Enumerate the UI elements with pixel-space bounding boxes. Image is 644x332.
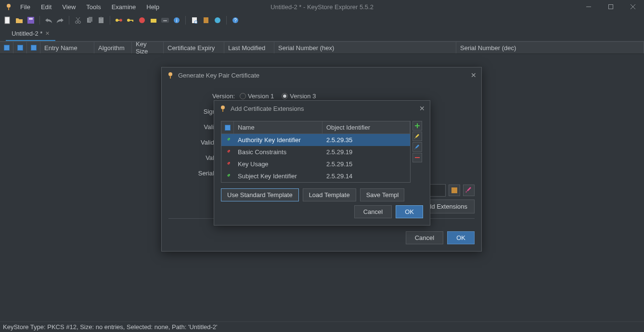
svg-rect-39 [222, 109, 223, 112]
extension-row[interactable]: Subject Key Identifier2.5.29.14 [221, 170, 410, 182]
extension-row[interactable]: Authority Key Identifier2.5.29.35 [221, 134, 410, 146]
ext-col-critical-icon[interactable] [221, 121, 234, 133]
ext-dialog-titlebar: Add Certificate Extensions ✕ [214, 101, 430, 116]
menu-examine[interactable]: Examine [107, 1, 141, 13]
ext-ok-button[interactable]: OK [396, 205, 423, 218]
info-icon[interactable]: i [172, 15, 181, 25]
password-icon[interactable]: ••• [160, 15, 170, 25]
ext-remove-icon[interactable] [412, 153, 422, 162]
examine-file-icon[interactable] [190, 15, 199, 25]
radio-version1[interactable] [240, 93, 246, 99]
svg-point-40 [228, 138, 230, 140]
svg-point-41 [228, 150, 230, 152]
column-lock-icon[interactable] [13, 42, 27, 53]
svg-text:?: ? [234, 18, 237, 23]
dialog-title: Generate Key Pair Certificate [178, 72, 259, 79]
column-entry-name[interactable]: Entry Name [40, 42, 94, 53]
extension-oid: 2.5.29.35 [322, 136, 410, 144]
minimize-button[interactable] [578, 0, 600, 13]
copy-icon[interactable] [85, 15, 94, 25]
column-last-modified[interactable]: Last Modified [224, 42, 274, 53]
redo-icon[interactable] [55, 15, 65, 25]
tab-untitled-2[interactable]: Untitled-2 * ✕ [6, 27, 55, 41]
extension-row[interactable]: Basic Constraints2.5.29.19 [221, 146, 410, 158]
add-extensions-dialog: Add Certificate Extensions ✕ Name Object… [214, 100, 430, 226]
svg-rect-24 [151, 19, 156, 23]
svg-point-10 [78, 21, 81, 24]
svg-point-9 [76, 21, 78, 24]
svg-rect-37 [451, 187, 457, 193]
ext-dialog-title: Add Certificate Extensions [231, 105, 304, 112]
menu-help[interactable]: Help [142, 1, 164, 13]
pin-icon [221, 173, 234, 180]
ext-col-oid[interactable]: Object Identifier [322, 121, 410, 133]
svg-point-43 [228, 174, 230, 176]
column-type-icon[interactable] [0, 42, 13, 53]
svg-rect-45 [415, 125, 420, 126]
help-icon[interactable]: ? [231, 15, 240, 25]
ext-dialog-close-icon[interactable]: ✕ [419, 105, 425, 112]
keypair-icon[interactable] [114, 15, 124, 25]
column-serial-hex[interactable]: Serial Number (hex) [274, 42, 456, 53]
column-key-size[interactable]: Key Size [132, 42, 164, 53]
close-button[interactable] [622, 0, 644, 13]
toolbar: ••• i ? [0, 13, 644, 27]
column-cert-expiry[interactable]: Certificate Expiry [164, 42, 224, 53]
cert-red-icon[interactable] [137, 15, 147, 25]
radio-version3[interactable] [282, 93, 288, 99]
column-algorithm[interactable]: Algorithm [94, 42, 132, 53]
paste-icon[interactable] [96, 15, 106, 25]
svg-rect-14 [89, 17, 92, 22]
menu-edit[interactable]: Edit [36, 1, 56, 13]
svg-rect-6 [5, 17, 10, 24]
extensions-table: Name Object Identifier Authority Key Ide… [221, 121, 411, 183]
svg-point-42 [228, 162, 230, 164]
dialog-app-icon [167, 71, 174, 79]
undo-icon[interactable] [44, 15, 53, 25]
svg-line-12 [77, 17, 80, 21]
svg-rect-46 [415, 157, 420, 158]
new-icon[interactable] [3, 15, 13, 25]
close-tab-icon[interactable]: ✕ [45, 30, 50, 37]
use-standard-template-button[interactable]: Use Standard Template [221, 188, 299, 201]
cert-yellow-icon[interactable] [149, 15, 158, 25]
pin-icon [221, 161, 234, 168]
svg-point-0 [7, 4, 11, 8]
gen-ok-button[interactable]: OK [447, 231, 475, 244]
menu-view[interactable]: View [57, 1, 80, 13]
svg-point-23 [139, 17, 145, 23]
ext-col-name[interactable]: Name [234, 121, 322, 133]
open-icon[interactable] [14, 15, 24, 25]
column-expiry-icon[interactable] [27, 42, 40, 53]
name-edit-icon[interactable] [463, 185, 475, 196]
ext-cancel-button[interactable]: Cancel [354, 205, 392, 218]
tab-strip: Untitled-2 * ✕ [0, 27, 644, 41]
ext-edit-icon[interactable] [412, 132, 422, 141]
key-icon[interactable] [126, 15, 135, 25]
menu-tools[interactable]: Tools [81, 1, 105, 13]
name-book-icon[interactable] [449, 185, 460, 196]
ext-add-icon[interactable] [412, 121, 422, 131]
extension-oid: 2.5.29.15 [322, 160, 410, 168]
svg-rect-16 [100, 17, 102, 18]
gen-cancel-button[interactable]: Cancel [406, 231, 443, 244]
load-template-button[interactable]: Load Template [303, 188, 356, 201]
svg-rect-3 [609, 5, 613, 9]
dialog-close-icon[interactable]: ✕ [471, 71, 477, 79]
app-icon [5, 3, 13, 11]
save-template-button[interactable]: Save Templ [360, 188, 404, 201]
menu-file[interactable]: File [15, 1, 35, 13]
save-icon[interactable] [26, 15, 36, 25]
examine-ssl-icon[interactable] [213, 15, 222, 25]
extension-name: Subject Key Identifier [234, 173, 322, 180]
column-serial-dec[interactable]: Serial Number (dec) [456, 42, 644, 53]
cut-icon[interactable] [73, 15, 83, 25]
svg-rect-1 [8, 7, 9, 10]
extension-row[interactable]: Key Usage2.5.29.15 [221, 158, 410, 170]
extension-oid: 2.5.29.19 [322, 148, 410, 156]
menu-bar: File Edit View Tools Examine Help [15, 1, 164, 13]
maximize-button[interactable] [600, 0, 622, 13]
ext-toggle-critical-icon[interactable] [412, 142, 422, 152]
svg-rect-31 [204, 17, 208, 23]
examine-clipboard-icon[interactable] [201, 15, 211, 25]
